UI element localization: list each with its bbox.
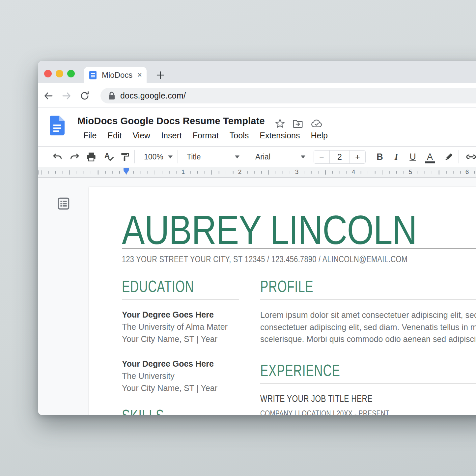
browser-navbar: docs.google.com/ xyxy=(38,83,476,108)
docs-toolbar: A 100% Title Arial − 2 + B I U A xyxy=(38,146,476,167)
docs-header: MioDocs Google Docs Resume Template File… xyxy=(38,108,476,146)
chevron-down-icon xyxy=(235,155,239,158)
docs-favicon xyxy=(89,71,97,79)
browser-window: MioDocs × docs.google.com/ xyxy=(38,61,476,415)
url-bar[interactable]: docs.google.com/ xyxy=(100,88,476,103)
underline-button[interactable]: U xyxy=(406,152,419,162)
section-divider xyxy=(260,383,476,383)
bold-button[interactable]: B xyxy=(373,152,386,162)
job-title: WRITE YOUR JOB TITLE HERE xyxy=(260,393,373,404)
text-color-bar xyxy=(425,161,435,163)
toolbar-separator xyxy=(178,150,178,163)
back-icon[interactable] xyxy=(43,91,53,101)
text-color-button[interactable]: A xyxy=(423,152,436,162)
profile-heading: PROFILE xyxy=(260,278,313,295)
toolbar-separator xyxy=(459,150,459,163)
resume-name: AUBREY LINCOLN xyxy=(122,209,417,251)
experience-heading: EXPERIENCE xyxy=(260,362,340,379)
zoom-select[interactable]: 100% xyxy=(144,151,173,163)
indent-marker[interactable] xyxy=(124,168,129,174)
chevron-down-icon xyxy=(168,155,173,158)
italic-button[interactable]: I xyxy=(390,152,403,162)
skills-heading: SKILLS xyxy=(122,407,164,415)
education-entry: Your Degree Goes Here The University You… xyxy=(122,358,239,394)
document-title[interactable]: MioDocs Google Docs Resume Template xyxy=(77,116,265,126)
cloud-saved-icon[interactable] xyxy=(311,118,322,129)
tab-strip: MioDocs × xyxy=(38,61,476,83)
education-entry: Your Degree Goes Here The University of … xyxy=(122,309,239,345)
forward-icon[interactable] xyxy=(62,91,71,101)
menu-insert[interactable]: Insert xyxy=(161,131,182,140)
company-line: COMPANY | LOCATION | 20XX - PRESENT xyxy=(260,409,389,415)
decrease-font-size-button[interactable]: − xyxy=(314,151,330,163)
ruler-number: 1 xyxy=(180,168,187,176)
spell-check-icon[interactable]: A xyxy=(103,151,115,163)
font-family-select[interactable]: Arial xyxy=(255,151,305,163)
name-divider xyxy=(122,248,476,249)
move-folder-icon[interactable] xyxy=(293,118,303,129)
menu-help[interactable]: Help xyxy=(311,131,328,140)
skills-section: SKILLS xyxy=(122,407,239,415)
paragraph-style-select[interactable]: Title xyxy=(187,151,239,163)
menu-file[interactable]: File xyxy=(83,131,97,140)
profile-text: Lorem ipsum dolor sit amet consectetuer … xyxy=(260,309,476,345)
minimize-window-button[interactable] xyxy=(56,70,63,77)
redo-icon[interactable] xyxy=(69,151,80,163)
education-heading: EDUCATION xyxy=(122,278,194,295)
resume-contact: 123 YOUR STREET YOUR CITY, ST 12345 / 12… xyxy=(122,254,407,265)
toolbar-separator xyxy=(247,150,247,163)
desktop: { "browser": { "tab_title": "MioDocs", "… xyxy=(0,0,476,476)
highlight-color-button[interactable] xyxy=(444,151,454,163)
resume-right-column: PROFILE Lorem ipsum dolor sit amet conse… xyxy=(260,278,476,415)
undo-icon[interactable] xyxy=(52,151,63,163)
menu-view[interactable]: View xyxy=(132,131,150,140)
tab-title: MioDocs xyxy=(102,70,137,80)
ruler-number: 3 xyxy=(293,168,301,176)
menu-extensions[interactable]: Extensions xyxy=(260,131,300,140)
star-icon[interactable] xyxy=(275,118,285,129)
menu-edit[interactable]: Edit xyxy=(107,131,122,140)
chevron-down-icon xyxy=(301,155,305,158)
ruler-number: 5 xyxy=(407,168,414,176)
google-docs-logo[interactable] xyxy=(50,116,65,135)
ruler-number: 2 xyxy=(236,168,244,176)
new-tab-button[interactable] xyxy=(156,70,165,80)
ruler-number: 6 xyxy=(463,168,471,176)
resume-left-column: EDUCATION Your Degree Goes Here The Univ… xyxy=(122,278,239,415)
document-outline-icon[interactable] xyxy=(56,196,71,211)
lock-icon xyxy=(108,92,115,100)
close-tab-icon[interactable]: × xyxy=(137,70,142,80)
browser-tab[interactable]: MioDocs × xyxy=(84,67,147,83)
insert-link-button[interactable] xyxy=(465,151,476,163)
toolbar-separator xyxy=(134,150,135,163)
ruler-number: 4 xyxy=(350,168,357,176)
close-window-button[interactable] xyxy=(44,70,52,77)
font-size-value[interactable]: 2 xyxy=(330,151,350,163)
section-divider xyxy=(260,299,476,299)
print-icon[interactable] xyxy=(86,151,97,163)
experience-section: EXPERIENCE WRITE YOUR JOB TITLE HERE COM… xyxy=(260,362,476,415)
document-page[interactable]: AUBREY LINCOLN 123 YOUR STREET YOUR CITY… xyxy=(89,187,476,415)
font-size-stepper: − 2 + xyxy=(314,150,366,164)
maximize-window-button[interactable] xyxy=(67,70,75,77)
document-workspace: AUBREY LINCOLN 123 YOUR STREET YOUR CITY… xyxy=(38,178,476,415)
paint-format-icon[interactable] xyxy=(120,151,130,163)
menu-bar: File Edit View Insert Format Tools Exten… xyxy=(83,131,328,140)
reload-icon[interactable] xyxy=(80,91,90,101)
menu-tools[interactable]: Tools xyxy=(230,131,249,140)
ruler: 1 2 3 4 5 6 xyxy=(38,167,476,178)
increase-font-size-button[interactable]: + xyxy=(350,151,365,163)
url-text: docs.google.com/ xyxy=(120,91,186,100)
section-divider xyxy=(122,299,239,299)
menu-format[interactable]: Format xyxy=(193,131,219,140)
